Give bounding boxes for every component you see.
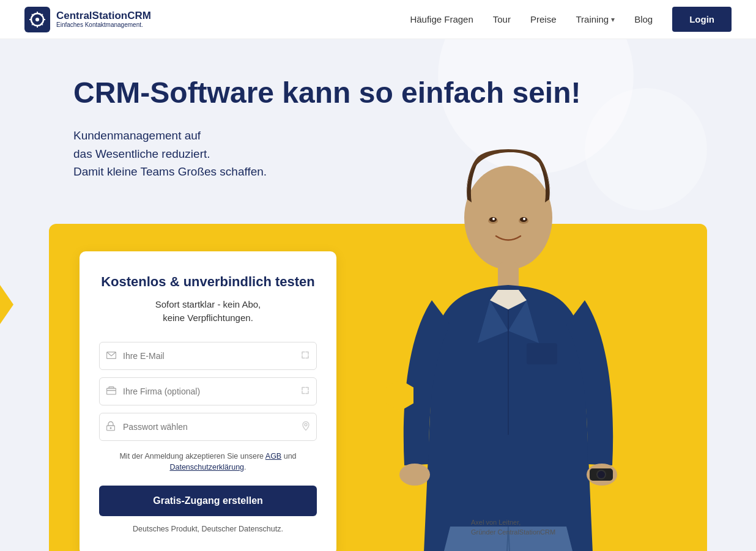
datenschutz-link[interactable]: Datenschutzerklärung — [169, 463, 244, 471]
company-input-wrapper — [99, 377, 317, 405]
logo-text: CentralStationCRM Einfaches Kontaktmanag… — [56, 10, 151, 29]
bottom-section: Kostenlos & unverbindlich testen Sofort … — [49, 224, 707, 552]
form-title: Kostenlos & unverbindlich testen — [99, 273, 317, 291]
person-image — [371, 129, 646, 552]
svg-point-19 — [523, 218, 525, 220]
email-field[interactable] — [99, 342, 317, 370]
nav-blog[interactable]: Blog — [634, 14, 653, 24]
form-subtitle: Sofort startklar - kein Abo, keine Verpf… — [99, 298, 317, 325]
password-input-wrapper — [99, 413, 317, 441]
logo[interactable]: CentralStationCRM Einfaches Kontaktmanag… — [24, 7, 151, 32]
terms-middle: und — [281, 452, 296, 460]
form-footer-text: Deutsches Produkt, Deutscher Datenschutz… — [99, 525, 317, 533]
company-icon — [106, 386, 116, 396]
hero-right: Axel von Leitner, Gründer CentralStation… — [336, 251, 676, 552]
terms-suffix: . — [244, 463, 246, 471]
svg-rect-21 — [527, 343, 557, 364]
hero-subtitle-line3: Damit kleine Teams Großes schaffen. — [73, 165, 267, 178]
person-caption: Axel von Leitner, Gründer CentralStation… — [471, 518, 555, 537]
arrow-decoration — [0, 285, 13, 324]
svg-point-12 — [305, 423, 307, 426]
chevron-down-icon: ▾ — [611, 15, 615, 24]
email-input-wrapper — [99, 342, 317, 370]
nav-tour[interactable]: Tour — [493, 14, 511, 24]
login-button[interactable]: Login — [672, 7, 732, 32]
form-subtitle-line1: Sofort startklar - kein Abo, — [155, 299, 261, 309]
terms-text: Mit der Anmeldung akzeptieren Sie unsere… — [99, 451, 317, 474]
training-label: Training — [576, 14, 609, 24]
page-wrapper: CRM-Software kann so einfach sein! Kunde… — [0, 39, 756, 551]
password-field[interactable] — [99, 413, 317, 441]
nav-links: Häufige Fragen Tour Preise Training ▾ Bl… — [410, 7, 732, 32]
nav-training[interactable]: Training ▾ — [576, 14, 615, 24]
hero-title: CRM-Software kann so einfach sein! — [73, 76, 732, 109]
logo-icon — [24, 7, 50, 32]
navbar: CentralStationCRM Einfaches Kontaktmanag… — [0, 0, 756, 39]
svg-point-26 — [598, 471, 605, 478]
nav-faq[interactable]: Häufige Fragen — [410, 14, 473, 24]
email-icon — [106, 351, 116, 361]
nav-preise[interactable]: Preise — [530, 14, 557, 24]
svg-point-2 — [35, 18, 39, 21]
svg-point-13 — [464, 166, 552, 270]
svg-point-22 — [399, 464, 430, 486]
svg-point-18 — [492, 218, 495, 220]
logo-name: CentralStationCRM — [56, 10, 151, 22]
person-title: Gründer CentralStationCRM — [471, 528, 555, 537]
svg-point-11 — [110, 427, 112, 429]
location-icon — [302, 421, 309, 432]
email-expand-icon — [301, 350, 309, 361]
cta-button[interactable]: Gratis-Zugang erstellen — [99, 486, 317, 516]
company-expand-icon — [301, 386, 309, 396]
hero-subtitle-line2: das Wesentliche reduziert. — [73, 147, 210, 160]
lock-icon — [106, 421, 115, 432]
logo-tagline: Einfaches Kontaktmanagement. — [56, 21, 151, 28]
hero-subtitle-line1: Kundenmanagement auf — [73, 129, 201, 142]
person-name: Axel von Leitner, — [471, 518, 555, 527]
svg-rect-8 — [107, 388, 116, 394]
registration-form-card: Kostenlos & unverbindlich testen Sofort … — [80, 251, 336, 552]
terms-prefix: Mit der Anmeldung akzeptieren Sie unsere — [119, 452, 265, 460]
agb-link[interactable]: AGB — [265, 452, 281, 460]
form-subtitle-line2: keine Verpflichtungen. — [163, 312, 253, 323]
company-field[interactable] — [99, 377, 317, 405]
